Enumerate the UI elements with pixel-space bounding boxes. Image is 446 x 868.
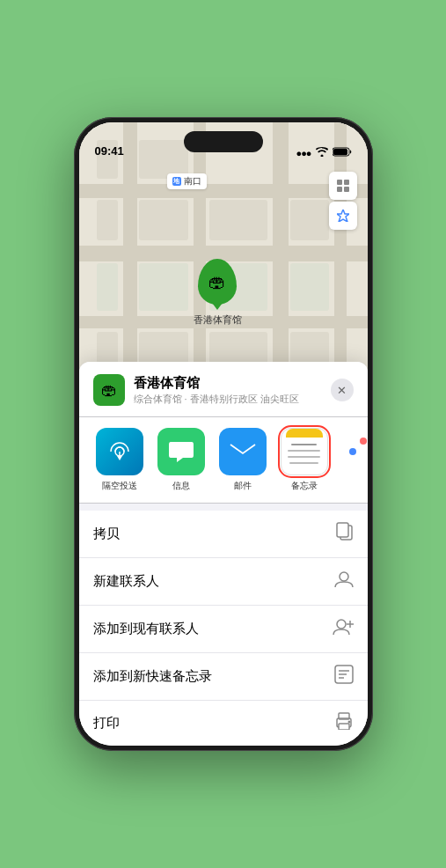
map-label: 地 南口 (167, 173, 207, 189)
bottom-sheet: 🏟 香港体育馆 综合体育馆 · 香港特别行政区 油尖旺区 ✕ 隔空投送 (79, 362, 368, 746)
map-view-button[interactable] (329, 172, 357, 200)
svg-marker-34 (117, 456, 122, 460)
svg-rect-13 (209, 200, 267, 240)
action-new-contact-label: 新建联系人 (93, 573, 159, 590)
action-add-notes[interactable]: 添加到新快速备忘录 (79, 653, 368, 701)
venue-marker: 🏟 香港体育馆 (194, 259, 242, 327)
svg-rect-51 (339, 724, 349, 730)
action-copy-label: 拷贝 (93, 526, 120, 542)
new-contact-icon (334, 570, 354, 593)
action-new-contact[interactable]: 新建联系人 (79, 558, 368, 606)
marker-label: 香港体育馆 (194, 313, 242, 327)
action-list: 拷贝 新建联系人 添加到现有联系人 (79, 511, 368, 746)
status-time: 09:41 (95, 144, 124, 159)
map-controls[interactable] (329, 172, 357, 230)
svg-rect-28 (337, 180, 342, 185)
svg-rect-35 (230, 442, 255, 461)
mail-icon (219, 428, 267, 475)
marker-pin: 🏟 (198, 259, 237, 305)
notes-icon (281, 428, 328, 475)
airdrop-label: 隔空投送 (102, 480, 137, 492)
share-item-more[interactable] (340, 428, 368, 492)
messages-icon (157, 428, 205, 475)
svg-rect-16 (97, 200, 118, 240)
dynamic-island (184, 131, 263, 152)
close-button[interactable]: ✕ (331, 379, 354, 401)
svg-rect-1 (333, 149, 347, 155)
svg-rect-19 (290, 263, 329, 311)
location-button[interactable] (329, 202, 357, 230)
svg-rect-3 (79, 184, 368, 198)
svg-rect-31 (344, 187, 349, 192)
print-icon (334, 712, 354, 734)
venue-subtitle: 综合体育馆 · 香港特别行政区 油尖旺区 (134, 393, 322, 406)
action-print[interactable]: 打印 (79, 701, 368, 746)
mail-label: 邮件 (234, 480, 252, 492)
action-add-existing-label: 添加到现有联系人 (93, 621, 199, 637)
svg-rect-15 (290, 200, 329, 240)
share-item-mail[interactable]: 邮件 (216, 428, 269, 492)
map-label-text: 南口 (184, 175, 201, 188)
svg-rect-40 (337, 523, 348, 537)
svg-rect-14 (139, 200, 188, 240)
wifi-icon (316, 146, 328, 159)
svg-point-36 (349, 448, 356, 455)
svg-point-41 (340, 572, 348, 581)
phone-frame: 09:41 ●●● (74, 117, 373, 751)
marker-icon: 🏟 (208, 272, 226, 292)
action-add-notes-label: 添加到新快速备忘录 (93, 668, 212, 685)
notes-label: 备忘录 (291, 480, 318, 492)
messages-label: 信息 (172, 480, 190, 492)
svg-point-42 (337, 620, 346, 629)
svg-rect-18 (139, 263, 188, 311)
add-existing-icon (333, 617, 354, 641)
airdrop-icon (96, 428, 143, 475)
share-item-notes[interactable]: 备忘录 (278, 428, 331, 492)
battery-icon (333, 147, 352, 158)
share-row: 隔空投送 信息 邮件 (79, 417, 368, 504)
phone-screen: 09:41 ●●● (79, 122, 368, 746)
venue-info: 香港体育馆 综合体育馆 · 香港特别行政区 油尖旺区 (134, 375, 322, 406)
status-icons: ●●● (296, 146, 352, 159)
signal-icon: ●●● (296, 148, 311, 158)
svg-rect-29 (344, 180, 349, 185)
venue-icon: 🏟 (93, 374, 125, 406)
sheet-header: 🏟 香港体育馆 综合体育馆 · 香港特别行政区 油尖旺区 ✕ (79, 362, 368, 417)
svg-rect-30 (337, 187, 342, 192)
svg-point-37 (360, 438, 367, 445)
svg-point-52 (347, 721, 350, 724)
action-print-label: 打印 (93, 715, 120, 732)
action-add-existing[interactable]: 添加到现有联系人 (79, 606, 368, 653)
venue-name: 香港体育馆 (134, 375, 322, 392)
action-copy[interactable]: 拷贝 (79, 511, 368, 558)
svg-rect-20 (97, 263, 118, 311)
share-item-airdrop[interactable]: 隔空投送 (93, 428, 146, 492)
share-item-messages[interactable]: 信息 (155, 428, 208, 492)
add-notes-icon (334, 665, 354, 688)
copy-icon (336, 522, 354, 546)
